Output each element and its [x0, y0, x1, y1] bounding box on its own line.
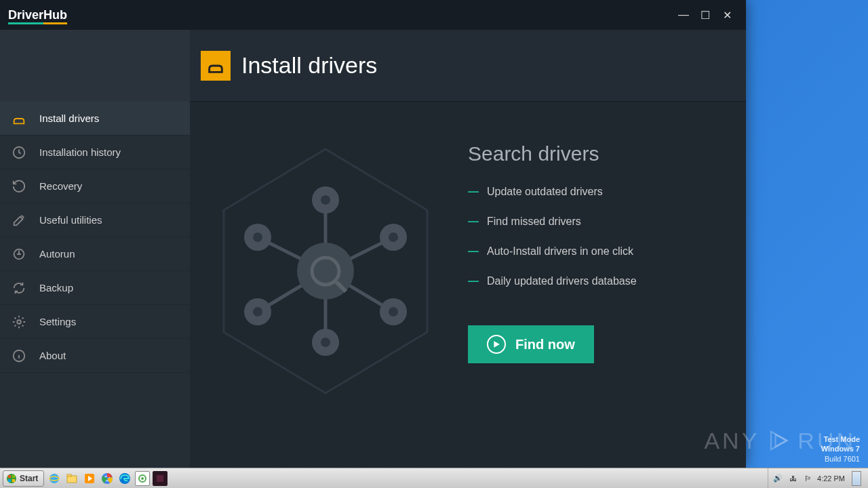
maximize-button[interactable]: ☐ — [694, 4, 716, 26]
svg-point-21 — [321, 338, 330, 347]
sidebar-item-install-drivers[interactable]: Install drivers — [0, 102, 190, 136]
sidebar-item-backup[interactable]: Backup — [0, 271, 190, 305]
sidebar-item-autorun[interactable]: Autorun — [0, 237, 190, 271]
desktop-watermark: Test Mode Windows 7 Build 7601 — [821, 434, 860, 464]
sidebar-item-installation-history[interactable]: Installation history — [0, 136, 190, 169]
svg-rect-33 — [12, 479, 15, 482]
system-tray[interactable]: 🔊 🖧 🏳 4:22 PM — [768, 468, 865, 488]
svg-point-22 — [253, 232, 262, 242]
history-icon — [11, 178, 27, 195]
svg-rect-30 — [8, 475, 11, 478]
app-window: DriverHub — ☐ ✕ Install drivers Installa… — [0, 0, 746, 468]
svg-point-20 — [321, 195, 330, 205]
clock[interactable]: 4:22 PM — [817, 474, 845, 483]
refresh-icon — [11, 280, 27, 296]
sidebar-item-about[interactable]: About — [0, 339, 190, 373]
sidebar-item-useful-utilities[interactable]: Useful utilities — [0, 203, 190, 237]
svg-point-2 — [17, 320, 21, 324]
svg-rect-46 — [157, 475, 163, 482]
svg-point-34 — [50, 474, 59, 483]
play-icon — [487, 335, 506, 354]
taskbar-ie-icon[interactable] — [47, 471, 62, 486]
taskbar-driverhub-icon[interactable] — [153, 471, 167, 486]
drivers-network-graphic — [210, 136, 441, 420]
feature-item: —Auto-Install drivers in one click — [468, 245, 726, 258]
clock-icon — [11, 144, 27, 161]
svg-rect-37 — [67, 474, 71, 476]
svg-marker-26 — [494, 341, 499, 348]
flag-icon[interactable]: 🏳 — [802, 473, 813, 484]
sidebar-item-label: Installation history — [39, 146, 121, 158]
feature-item: —Daily updated drivers database — [468, 275, 726, 287]
svg-point-25 — [389, 307, 398, 317]
page-title: Install drivers — [241, 52, 377, 79]
app-logo: DriverHub — [8, 8, 67, 22]
svg-point-45 — [141, 477, 144, 480]
svg-marker-28 — [776, 434, 786, 447]
svg-rect-32 — [8, 479, 11, 482]
sidebar-item-label: About — [39, 350, 66, 361]
find-now-button[interactable]: Find now — [468, 325, 594, 363]
sidebar-item-recovery[interactable]: Recovery — [0, 169, 190, 203]
feature-item: —Find missed drivers — [468, 216, 726, 228]
main-panel: Install drivers — [190, 30, 746, 468]
section-title: Search drivers — [468, 142, 726, 165]
svg-point-23 — [389, 232, 398, 242]
sidebar-item-label: Install drivers — [39, 113, 99, 124]
sidebar-item-label: Useful utilities — [39, 214, 102, 226]
install-icon — [201, 51, 231, 81]
sidebar-item-label: Backup — [39, 282, 73, 293]
sidebar-item-label: Settings — [39, 316, 76, 327]
info-icon — [11, 348, 27, 364]
sidebar-item-label: Recovery — [39, 180, 82, 192]
taskbar-chrome-icon[interactable] — [100, 471, 115, 486]
svg-point-24 — [253, 307, 262, 317]
start-button[interactable]: Start — [3, 470, 44, 487]
taskbar-explorer-icon[interactable] — [64, 471, 79, 486]
close-button[interactable]: ✕ — [716, 4, 738, 26]
taskbar-app-icon[interactable] — [135, 471, 150, 486]
minimize-button[interactable]: — — [673, 4, 694, 26]
gear-icon — [11, 314, 27, 330]
sidebar-item-settings[interactable]: Settings — [0, 305, 190, 339]
tools-icon — [11, 212, 27, 228]
sidebar-item-label: Autorun — [39, 248, 75, 260]
network-icon[interactable]: 🖧 — [787, 473, 798, 484]
power-icon — [11, 246, 27, 262]
taskbar-edge-icon[interactable] — [117, 471, 132, 486]
svg-rect-31 — [12, 475, 15, 478]
feature-item: —Update outdated drivers — [468, 186, 726, 198]
taskbar-media-icon[interactable] — [82, 471, 97, 486]
titlebar[interactable]: DriverHub — ☐ ✕ — [0, 0, 746, 30]
install-icon — [11, 110, 27, 127]
sidebar: Install drivers Installation history Rec… — [0, 30, 190, 468]
svg-marker-27 — [771, 432, 787, 449]
show-desktop-button[interactable] — [852, 471, 861, 486]
taskbar[interactable]: Start 🔊 🖧 🏳 4:22 PM — [0, 468, 868, 488]
volume-icon[interactable]: 🔊 — [772, 473, 783, 484]
main-header: Install drivers — [190, 30, 746, 102]
